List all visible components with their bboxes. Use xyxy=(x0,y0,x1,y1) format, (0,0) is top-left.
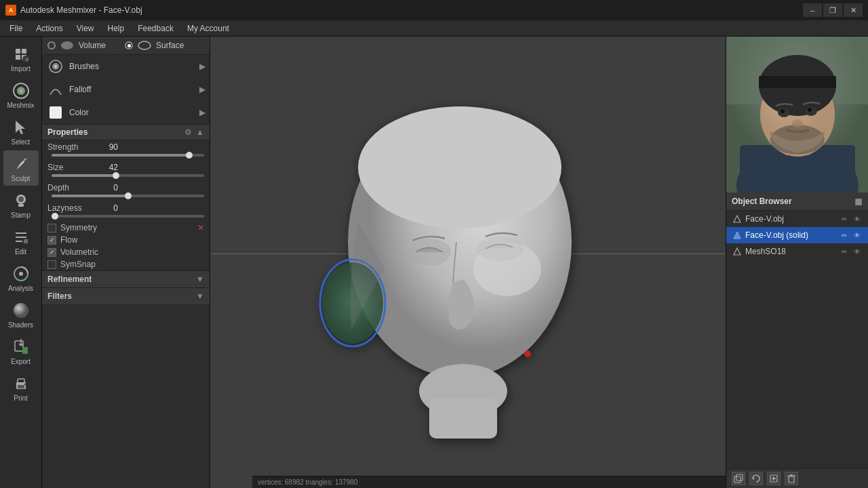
properties-collapse-icon[interactable]: ▲ xyxy=(196,127,204,137)
strength-slider[interactable] xyxy=(52,154,204,157)
close-button[interactable]: ✕ xyxy=(844,3,863,17)
ob-item-icon-2 xyxy=(732,246,743,257)
tool-analysis[interactable]: Analysis xyxy=(3,260,39,296)
svg-rect-47 xyxy=(759,76,836,88)
stamp-icon xyxy=(12,191,31,210)
svg-rect-21 xyxy=(18,385,24,388)
symsnap-checkbox[interactable] xyxy=(47,260,56,269)
size-slider[interactable] xyxy=(52,174,204,177)
minimize-button[interactable]: – xyxy=(803,3,822,17)
menu-file[interactable]: File xyxy=(3,20,29,37)
ob-item-meshso18[interactable]: MeshSO18 ✏ 👁 xyxy=(726,243,868,260)
svg-rect-2 xyxy=(16,55,20,60)
ob-footer-btn-duplicate[interactable] xyxy=(732,472,745,485)
filters-header[interactable]: Filters ▼ xyxy=(42,287,210,304)
tool-meshmix[interactable]: Meshmix xyxy=(3,77,39,113)
svg-rect-63 xyxy=(789,476,794,483)
tool-edit[interactable]: Edit xyxy=(3,224,39,259)
svg-point-51 xyxy=(781,109,785,113)
svg-rect-17 xyxy=(15,341,23,351)
title-bar: A Autodesk Meshmixer - Face-V.obj – ❐ ✕ xyxy=(0,0,868,20)
refinement-label: Refinement xyxy=(47,274,196,284)
sculpt-icon xyxy=(12,155,31,174)
falloff-arrow: ▶ xyxy=(199,85,205,94)
tool-export[interactable]: Export xyxy=(3,333,39,369)
refinement-header[interactable]: Refinement ▼ xyxy=(42,270,210,287)
ob-footer-btn-delete[interactable] xyxy=(785,472,798,485)
lazyness-label: Lazyness xyxy=(47,203,95,213)
color-row[interactable]: Color ▶ xyxy=(42,101,210,124)
app-title: Autodesk Meshmixer - Face-V.obj xyxy=(20,5,803,15)
menu-actions[interactable]: Actions xyxy=(29,20,69,37)
svg-rect-58 xyxy=(736,474,743,481)
ob-item-face-v-obj-solid[interactable]: Face-V.obj (solid) ✏ 👁 xyxy=(726,227,868,243)
flow-checkbox[interactable] xyxy=(47,236,56,245)
import-icon: ＋ xyxy=(12,45,31,64)
size-row: Size 42 xyxy=(42,161,210,174)
svg-point-53 xyxy=(792,119,803,127)
ob-footer-btn-refresh[interactable] xyxy=(749,472,763,485)
maximize-button[interactable]: ❐ xyxy=(823,3,842,17)
edit-label: Edit xyxy=(15,248,26,256)
volume-radio[interactable] xyxy=(47,41,56,49)
volumetric-checkbox[interactable] xyxy=(47,248,56,257)
tool-stamp[interactable]: Stamp xyxy=(3,187,39,222)
ob-item-icon-0 xyxy=(732,214,743,224)
lazyness-slider[interactable] xyxy=(52,215,204,218)
camera-person xyxy=(726,37,868,192)
depth-slider[interactable] xyxy=(52,195,204,197)
analysis-label: Analysis xyxy=(8,285,33,292)
viewport[interactable]: vertices: 68982 triangles: 137980 xyxy=(210,37,726,488)
falloff-row[interactable]: Falloff ▶ xyxy=(42,78,210,101)
svg-marker-59 xyxy=(753,477,755,480)
select-label: Select xyxy=(12,138,31,146)
ob-item-edit-1[interactable]: ✏ xyxy=(839,230,850,241)
lazyness-row: Lazyness 0 xyxy=(42,201,210,215)
svg-point-8 xyxy=(20,89,22,92)
symmetry-x-button[interactable]: ✕ xyxy=(197,223,204,232)
status-bar: vertices: 68982 triangles: 137980 xyxy=(252,476,726,488)
volumetric-label: Volumetric xyxy=(60,247,204,257)
tool-sculpt[interactable]: Sculpt xyxy=(3,150,39,186)
svg-point-33 xyxy=(477,237,524,261)
object-browser-close-button[interactable]: ◼ xyxy=(854,196,863,207)
tool-select[interactable]: Select xyxy=(3,114,39,149)
color-label: Color xyxy=(69,108,199,117)
ob-item-label-1: Face-V.obj (solid) xyxy=(745,230,839,240)
volume-label: Volume xyxy=(79,41,106,50)
menu-myaccount[interactable]: My Account xyxy=(180,20,236,37)
camera-feed xyxy=(726,37,868,192)
mode-toggle: Volume Surface xyxy=(42,37,210,55)
ob-item-edit-0[interactable]: ✏ xyxy=(839,214,850,224)
brushes-row[interactable]: Brushes ▶ xyxy=(42,55,210,78)
ob-item-face-v-obj[interactable]: Face-V.obj ✏ 👁 xyxy=(726,211,868,227)
properties-gear-icon[interactable]: ⚙ xyxy=(184,127,192,137)
symmetry-checkbox[interactable] xyxy=(47,224,56,232)
ob-item-eye-2[interactable]: 👁 xyxy=(852,246,863,257)
svg-point-23 xyxy=(61,41,73,49)
sculpt-label: Sculpt xyxy=(12,175,31,182)
properties-header: Properties ⚙ ▲ xyxy=(42,124,210,140)
volume-option[interactable]: Volume xyxy=(47,41,106,50)
tool-shaders[interactable]: Shaders xyxy=(3,297,39,332)
svg-rect-1 xyxy=(22,49,26,54)
svg-point-30 xyxy=(358,106,561,228)
svg-rect-65 xyxy=(790,474,793,476)
surface-radio[interactable] xyxy=(125,41,133,49)
menu-view[interactable]: View xyxy=(70,20,101,37)
ob-item-edit-2[interactable]: ✏ xyxy=(839,246,850,257)
tool-print[interactable]: Print xyxy=(3,370,39,405)
menu-feedback[interactable]: Feedback xyxy=(131,20,180,37)
tool-import[interactable]: ＋ Import xyxy=(3,41,39,76)
svg-point-27 xyxy=(54,65,57,68)
object-browser-header: Object Browser ◼ xyxy=(726,192,868,211)
menu-help[interactable]: Help xyxy=(101,20,132,37)
window-controls[interactable]: – ❐ ✕ xyxy=(803,3,863,17)
export-label: Export xyxy=(11,358,31,365)
depth-value: 0 xyxy=(99,183,118,192)
ob-item-eye-0[interactable]: 👁 xyxy=(852,214,863,224)
svg-point-24 xyxy=(138,41,151,49)
ob-item-eye-1[interactable]: 👁 xyxy=(852,230,863,241)
ob-footer-btn-add[interactable] xyxy=(767,472,781,485)
surface-option[interactable]: Surface xyxy=(125,41,184,50)
